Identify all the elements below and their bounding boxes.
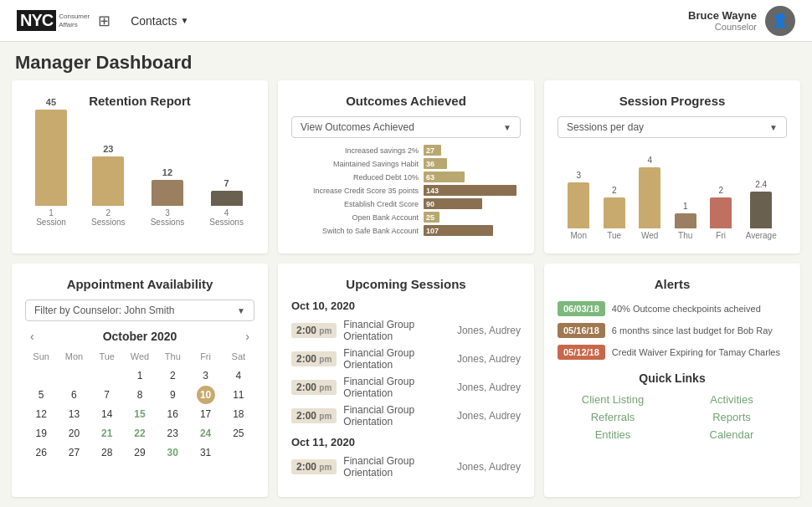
page-title: Manager Dashboard xyxy=(15,52,797,74)
bar-val-3: 12 xyxy=(162,167,172,177)
outcomes-chart: Increased savings 2% 27 Maintained Savin… xyxy=(291,145,521,236)
cal-day[interactable]: 7 xyxy=(91,386,123,404)
appointment-card: Appointment Availability Filter by Couns… xyxy=(12,264,268,497)
alert-text-2: 6 months since last budget for Bob Ray xyxy=(612,325,773,335)
cal-day[interactable]: 15 xyxy=(124,405,156,423)
cal-day[interactable]: 14 xyxy=(91,405,123,423)
session-person-5: Jones, Audrey xyxy=(457,461,521,473)
outcome-row-1: Increased savings 2% 27 xyxy=(291,145,521,156)
chevron-down-icon: ▼ xyxy=(769,123,778,132)
cal-day[interactable]: 26 xyxy=(25,443,57,462)
cal-day[interactable]: 1 xyxy=(124,366,156,385)
cal-day xyxy=(58,366,90,385)
dow-fri: Fri xyxy=(189,350,221,363)
cal-day[interactable]: 8 xyxy=(124,386,156,404)
chevron-down-icon: ▼ xyxy=(503,123,511,132)
alert-date-1: 06/03/18 xyxy=(558,301,605,316)
bar-group-1: 45 1 Session xyxy=(33,97,69,227)
outcome-row-2: Maintained Savings Habit 36 xyxy=(291,158,521,169)
session-item-1: 2:00 pm Financial Group Orientation Jone… xyxy=(291,319,521,342)
time-badge-1: 2:00 pm xyxy=(291,323,337,338)
logo-nyc: NYC xyxy=(17,10,56,31)
bar-4 xyxy=(211,191,243,206)
cal-day[interactable]: 10 xyxy=(197,386,215,404)
filter-dropdown[interactable]: Filter by Counselor: John Smith ▼ xyxy=(25,300,254,321)
cal-day[interactable]: 4 xyxy=(223,366,254,385)
cal-day[interactable]: 24 xyxy=(189,424,221,443)
chevron-down-icon: ▼ xyxy=(180,16,188,25)
cal-day[interactable]: 9 xyxy=(157,386,188,404)
outcomes-dropdown[interactable]: View Outcomes Achieved ▼ xyxy=(291,116,521,138)
outcome-label-7: Switch to Safe Bank Account xyxy=(291,227,424,235)
cal-day[interactable]: 30 xyxy=(157,443,188,462)
outcome-label-6: Open Bank Account xyxy=(291,213,424,222)
filter-label: Filter by Counselor: John Smith xyxy=(34,305,174,316)
cal-next[interactable]: › xyxy=(240,330,254,343)
session-person-1: Jones, Audrey xyxy=(457,325,521,336)
cal-day[interactable]: 11 xyxy=(223,386,254,404)
session-desc-2: Financial Group Orientation xyxy=(343,347,450,371)
session-item-3: 2:00 pm Financial Group Orientation Jone… xyxy=(291,376,521,399)
cal-day[interactable]: 18 xyxy=(223,405,254,423)
quick-links-title: Quick Links xyxy=(558,371,787,385)
quick-link-calendar[interactable]: Calendar xyxy=(676,428,787,441)
avatar[interactable]: 👤 xyxy=(765,6,795,36)
cal-day[interactable]: 31 xyxy=(189,443,221,462)
cal-day[interactable]: 13 xyxy=(58,405,90,423)
logo-grid-icon: ⊞ xyxy=(98,12,110,30)
quick-link-reports[interactable]: Reports xyxy=(676,411,787,423)
outcome-label-2: Maintained Savings Habit xyxy=(291,160,424,168)
alert-text-3: Credit Waiver Expiring for Tamay Charles xyxy=(612,347,780,357)
cal-day[interactable]: 12 xyxy=(25,405,57,423)
outcomes-dropdown-label: View Outcomes Achieved xyxy=(301,121,414,133)
time-badge-3: 2:00 pm xyxy=(291,380,337,395)
calendar: ‹ October 2020 › Sun Mon Tue Wed Thu Fri… xyxy=(25,330,254,462)
alert-date-3: 05/12/18 xyxy=(558,345,605,360)
cal-day[interactable]: 22 xyxy=(124,424,156,443)
cal-day[interactable]: 19 xyxy=(25,424,57,443)
cal-day[interactable]: 20 xyxy=(58,424,90,443)
outcomes-card: Outcomes Achieved View Outcomes Achieved… xyxy=(278,80,534,254)
cal-day[interactable]: 16 xyxy=(157,405,188,423)
session-progress-card: Session Progress Sessions per day ▼ 3 Mo… xyxy=(544,80,800,254)
bar-label-1: 1 Session xyxy=(33,208,69,227)
cal-day[interactable]: 17 xyxy=(189,405,221,423)
dow-thu: Thu xyxy=(157,350,188,363)
cal-prev[interactable]: ‹ xyxy=(25,330,39,343)
user-info: Bruce Wayne Counselor xyxy=(688,9,757,32)
cal-day[interactable]: 21 xyxy=(91,424,123,443)
cal-day[interactable]: 27 xyxy=(58,443,90,462)
cal-day[interactable]: 6 xyxy=(58,386,90,404)
upcoming-sessions-card: Upcoming Sessions Oct 10, 2020 2:00 pm F… xyxy=(278,264,534,497)
quick-link-activities[interactable]: Activities xyxy=(676,393,787,406)
cal-day[interactable]: 25 xyxy=(223,424,254,443)
alerts-title: Alerts xyxy=(558,277,787,291)
dow-sat: Sat xyxy=(223,350,254,363)
nav-contacts[interactable]: Contacts ▼ xyxy=(131,14,188,28)
quick-link-client-listing[interactable]: Client Listing xyxy=(558,393,668,406)
quick-link-entities[interactable]: Entities xyxy=(558,428,668,441)
time-badge-5: 2:00 pm xyxy=(291,459,337,474)
outcome-row-5: Establish Credit Score 90 xyxy=(291,198,521,209)
cal-day[interactable]: 23 xyxy=(157,424,188,443)
cal-day[interactable]: 2 xyxy=(157,366,188,385)
outcome-row-3: Reduced Debt 10% 63 xyxy=(291,172,521,182)
upcoming-date2: Oct 11, 2020 xyxy=(291,436,521,448)
cal-day[interactable]: 28 xyxy=(91,443,123,462)
session-item-4: 2:00 pm Financial Group Orientation Jone… xyxy=(291,404,521,428)
bar-label-4: 4 Sessions xyxy=(207,208,246,227)
cal-day[interactable]: 3 xyxy=(189,366,221,385)
cal-day[interactable]: 5 xyxy=(25,386,57,404)
outcome-row-7: Switch to Safe Bank Account 107 xyxy=(291,225,521,236)
header: NYC Consumer Affairs ⊞ Contacts ▼ Bruce … xyxy=(0,0,812,42)
retention-chart: 45 1 Session 23 2 Sessions 12 3 Sessions… xyxy=(25,118,254,227)
outcome-row-6: Open Bank Account 25 xyxy=(291,212,521,223)
cal-day[interactable]: 29 xyxy=(124,443,156,462)
outcome-label-3: Reduced Debt 10% xyxy=(291,173,424,182)
session-item-5: 2:00 pm Financial Group Orientation Jone… xyxy=(291,455,521,479)
session-progress-dropdown[interactable]: Sessions per day ▼ xyxy=(558,116,787,138)
page-title-bar: Manager Dashboard xyxy=(0,42,812,80)
quick-link-referrals[interactable]: Referrals xyxy=(558,411,668,423)
dow-tue: Tue xyxy=(91,350,123,363)
outcome-row-4: Increase Credit Score 35 points 143 xyxy=(291,185,521,196)
